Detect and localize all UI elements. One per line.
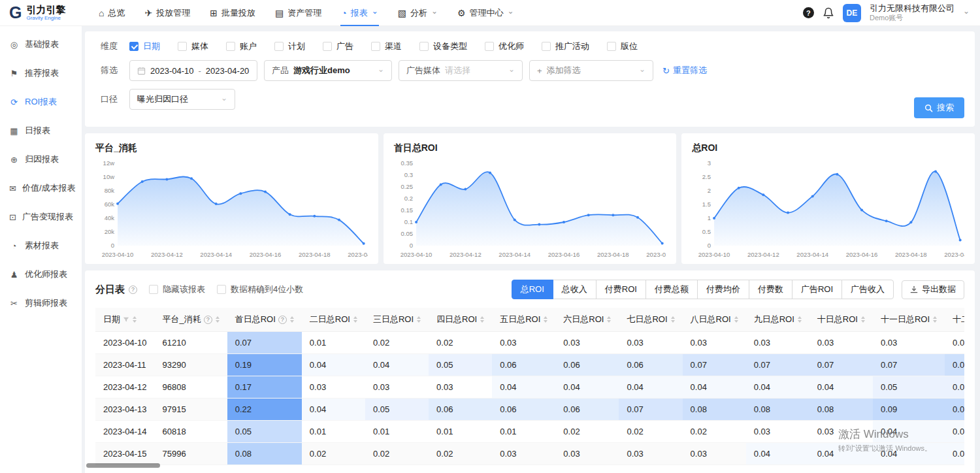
column-header-4[interactable]: 二日总ROI <box>302 308 365 332</box>
dimension-option-label: 优化师 <box>498 41 524 52</box>
metric-tab-8[interactable]: 广告收入 <box>841 280 894 299</box>
cell-value: 0.02 <box>429 443 492 465</box>
ad-media-select[interactable]: 广告媒体 请选择 ⌄ <box>399 60 523 81</box>
dimension-checkbox-1[interactable]: 日期 <box>129 41 160 52</box>
sidebar-item-value-cost-reports[interactable]: ✉价值/成本报表 <box>0 174 82 203</box>
notification-bell-icon[interactable] <box>823 7 834 19</box>
product-select[interactable]: 产品 游戏行业demo ⌄ <box>264 60 392 81</box>
nav-item-batch-delivery[interactable]: ⊞批量投放 <box>200 0 265 26</box>
account-info[interactable]: 引力无限科技有限公司 Demo账号 <box>870 3 955 22</box>
app-logo: G 引力引擎 Gravity Engine <box>9 5 82 22</box>
dimension-checkbox-7[interactable]: 设备类型 <box>419 41 467 52</box>
sidebar-item-roi-reports[interactable]: ⟳ROI报表 <box>0 88 82 116</box>
checkbox-icon <box>485 42 494 51</box>
dimension-checkbox-9[interactable]: 推广活动 <box>542 41 589 52</box>
reset-filters-button[interactable]: ↻ 重置筛选 <box>662 65 707 76</box>
metric-tab-5[interactable]: 付费均价 <box>697 280 749 299</box>
column-header-3[interactable]: 首日总ROI? <box>227 308 302 332</box>
dimension-checkbox-5[interactable]: 广告 <box>323 41 353 52</box>
checkbox-icon <box>542 42 551 51</box>
column-header-7[interactable]: 五日总ROI <box>492 308 555 332</box>
cell-value: 0.04 <box>945 421 964 443</box>
chevron-down-icon[interactable]: ⌄ <box>963 9 970 14</box>
metric-tab-6[interactable]: 付费数 <box>749 280 792 299</box>
sidebar-item-material-reports[interactable]: ◔素材报表 <box>0 231 82 260</box>
cell-value: 0.07 <box>619 399 682 421</box>
dimension-checkbox-6[interactable]: 渠道 <box>371 41 402 52</box>
chevron-down-icon: ⌄ <box>372 9 378 14</box>
sort-icon <box>216 316 220 323</box>
cell-value: 0.03 <box>809 332 873 354</box>
cell-value: 0.03 <box>555 332 619 354</box>
dimension-checkbox-10[interactable]: 版位 <box>607 41 638 52</box>
column-header-11[interactable]: 九日总ROI <box>746 308 809 332</box>
nav-item-reports[interactable]: ◔报表⌄ <box>331 0 388 26</box>
precision-checkbox[interactable]: 数据精确到4位小数 <box>217 284 303 295</box>
dimension-label: 维度 <box>101 41 129 52</box>
nav-item-overview[interactable]: ⌂总览 <box>89 0 135 26</box>
search-button[interactable]: 搜索 <box>914 97 964 118</box>
metric-tab-4[interactable]: 付费总额 <box>645 280 698 299</box>
column-header-5[interactable]: 三日总ROI <box>365 308 429 332</box>
sidebar-item-daily-reports[interactable]: ▦日报表 <box>0 116 82 145</box>
checkbox-icon <box>323 42 332 51</box>
add-filter-select[interactable]: + 添加筛选 ⌄ <box>529 60 653 81</box>
export-data-button[interactable]: 导出数据 <box>902 280 964 299</box>
metric-tab-3[interactable]: 付费ROI <box>596 280 646 299</box>
caliber-label: 口径 <box>101 93 129 105</box>
nav-item-admin-center[interactable]: ⚙管理中心⌄ <box>448 0 524 26</box>
column-header-6[interactable]: 四日总ROI <box>429 308 492 332</box>
nav-item-asset-management[interactable]: ▤资产管理 <box>265 0 331 26</box>
cell-value: 0.05 <box>227 421 302 443</box>
date-range-input[interactable]: 2023-04-10 - 2023-04-20 <box>129 60 257 81</box>
column-header-10[interactable]: 八日总ROI <box>683 308 746 332</box>
column-header-9[interactable]: 七日总ROI <box>619 308 682 332</box>
sidebar-item-attribution-reports[interactable]: ⊕归因报表 <box>0 145 82 174</box>
cell-value: 0.02 <box>555 421 619 443</box>
chevron-down-icon: ⌄ <box>378 67 384 72</box>
cell-value: 0.04 <box>302 354 365 376</box>
hide-report-checkbox[interactable]: 隐藏该报表 <box>149 284 205 295</box>
avatar[interactable]: DE <box>843 4 861 22</box>
metric-tab-1[interactable]: 总ROI <box>512 280 553 299</box>
sidebar-item-label: 推荐报表 <box>25 67 59 79</box>
cell-value: 0.04 <box>429 465 492 473</box>
column-header-14[interactable]: 十二日总ROI <box>945 308 964 332</box>
dimension-checkbox-4[interactable]: 计划 <box>274 41 305 52</box>
sidebar-item-optimizer-reports[interactable]: ♟优化师报表 <box>0 260 82 289</box>
svg-text:0: 0 <box>708 242 711 249</box>
column-header-13[interactable]: 十一日总ROI <box>873 308 945 332</box>
svg-text:0.5: 0.5 <box>702 228 711 235</box>
sidebar-item-recommend-reports[interactable]: ⚑推荐报表 <box>0 59 82 88</box>
dimension-checkbox-2[interactable]: 媒体 <box>178 41 208 52</box>
column-header-1[interactable]: 日期 <box>95 308 155 332</box>
nav-item-label: 分析 <box>410 7 427 19</box>
sidebar-item-ad-monetization-reports[interactable]: ⊡广告变现报表 <box>0 203 82 231</box>
metric-tab-2[interactable]: 总收入 <box>553 280 596 299</box>
horizontal-scrollbar-thumb[interactable] <box>86 463 160 468</box>
dimension-checkbox-3[interactable]: 账户 <box>226 41 257 52</box>
help-icon[interactable]: ? <box>803 7 814 18</box>
column-header-2[interactable]: 平台_消耗? <box>155 308 227 332</box>
sort-icon <box>353 316 357 323</box>
svg-text:2023-04-18: 2023-04-18 <box>895 251 927 258</box>
cell-value: 0.06 <box>873 465 945 473</box>
info-icon: ? <box>204 316 212 324</box>
filter-funnel-icon[interactable] <box>123 316 129 323</box>
dimension-option-label: 账户 <box>240 41 257 52</box>
column-header-8[interactable]: 六日总ROI <box>555 308 619 332</box>
sidebar-item-editor-reports[interactable]: ✂剪辑师报表 <box>0 289 82 318</box>
caliber-select[interactable]: 曝光归因口径 ⌄ <box>129 89 235 110</box>
metric-tab-7[interactable]: 广告ROI <box>792 280 842 299</box>
nav-item-delivery-management[interactable]: ✈投放管理 <box>135 0 200 26</box>
screen-icon: ⊡ <box>9 212 16 222</box>
info-icon[interactable]: ? <box>129 285 137 294</box>
cell-cost: 679182 <box>155 465 227 473</box>
nav-item-analysis[interactable]: ▧分析⌄ <box>388 0 448 26</box>
compass-icon: ◎ <box>9 40 19 50</box>
dimension-checkbox-8[interactable]: 优化师 <box>485 41 524 52</box>
sidebar-item-label: 价值/成本报表 <box>22 182 76 194</box>
column-header-12[interactable]: 十日总ROI <box>809 308 873 332</box>
cell-value: 0.03 <box>619 443 682 465</box>
sidebar-item-basic-reports[interactable]: ◎基础报表 <box>0 30 82 59</box>
